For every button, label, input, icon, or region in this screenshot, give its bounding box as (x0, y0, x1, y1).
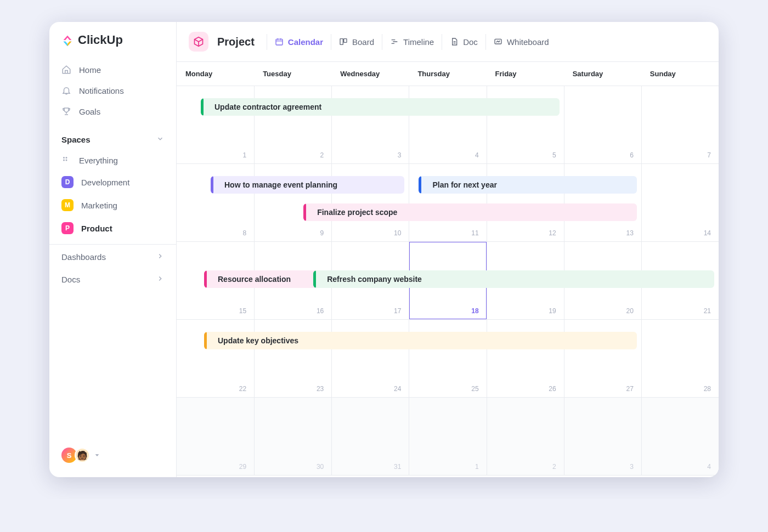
page-title: Project (217, 36, 255, 48)
sidebar-item-home[interactable]: Home (49, 59, 176, 80)
calendar-cell[interactable]: 1 (409, 398, 486, 475)
tab-label: Doc (463, 37, 478, 47)
event-color-bar (211, 176, 213, 194)
calendar-event[interactable]: Resource allocation (204, 270, 327, 288)
day-header-wednesday: Wednesday (331, 62, 409, 86)
date-number: 17 (394, 307, 401, 315)
sidebar-item-label: Goals (79, 107, 100, 116)
everything-icon (61, 155, 71, 165)
calendar-event[interactable]: Finalize project scope (303, 203, 637, 221)
svg-rect-7 (344, 39, 347, 43)
space-badge: D (61, 176, 74, 188)
date-number: 15 (239, 307, 246, 315)
date-number: 1 (475, 463, 479, 471)
date-number: 7 (707, 151, 711, 159)
tab-doc[interactable]: Doc (442, 34, 485, 50)
sidebar-item-goals[interactable]: Goals (49, 101, 176, 122)
svg-point-0 (63, 157, 65, 159)
calendar-cell[interactable]: 4 (641, 398, 719, 475)
calendar-icon (275, 37, 284, 46)
event-title: Plan for next year (432, 180, 497, 189)
date-number: 2 (320, 151, 324, 159)
calendar-cell[interactable]: 2 (487, 398, 564, 475)
calendar-event[interactable]: Refresh company website (313, 270, 714, 288)
tab-label: Whiteboard (507, 37, 549, 47)
date-number: 31 (394, 463, 401, 471)
svg-rect-5 (276, 39, 283, 45)
day-header-saturday: Saturday (564, 62, 641, 86)
date-number: 6 (630, 151, 634, 159)
calendar-cell[interactable]: 3 (564, 398, 641, 475)
day-header-friday: Friday (487, 62, 564, 86)
calendar-week-row: 891011121314 How to manage event plannin… (177, 164, 719, 242)
avatar-dropdown-icon[interactable] (94, 450, 100, 460)
sidebar-item-everything[interactable]: Everything (49, 150, 176, 171)
sidebar-item-label: Notifications (79, 86, 124, 95)
main-content: Project Calendar Board Timeline Doc Whit… (177, 22, 719, 477)
avatar-user-photo[interactable]: 🧑🏾 (75, 448, 90, 463)
space-badge: P (61, 222, 74, 234)
calendar-cell[interactable]: 29 (177, 398, 254, 475)
app-window: ClickUp Home Notifications Goals Spaces … (49, 22, 719, 477)
space-item-product[interactable]: P Product (49, 217, 176, 240)
day-header-thursday: Thursday (409, 62, 486, 86)
event-title: How to manage event planning (224, 180, 337, 189)
event-title: Refresh company website (327, 275, 422, 284)
tab-whiteboard[interactable]: Whiteboard (485, 34, 557, 50)
tab-board[interactable]: Board (331, 34, 382, 50)
chevron-right-icon (156, 252, 164, 262)
spaces-header[interactable]: Spaces (49, 129, 176, 150)
event-color-bar (303, 203, 306, 221)
svg-marker-4 (95, 454, 99, 456)
date-number: 10 (394, 229, 401, 237)
day-header-sunday: Sunday (641, 62, 719, 86)
date-number: 1 (242, 151, 246, 159)
sidebar-item-notifications[interactable]: Notifications (49, 80, 176, 101)
brand-logo[interactable]: ClickUp (49, 33, 176, 59)
tab-label: Timeline (403, 37, 434, 47)
calendar-cell[interactable]: 28 (641, 320, 719, 397)
date-number: 4 (475, 151, 479, 159)
tab-timeline[interactable]: Timeline (382, 34, 442, 50)
calendar-cell[interactable]: 7 (641, 86, 719, 163)
date-number: 13 (626, 229, 633, 237)
date-number: 30 (317, 463, 324, 471)
board-icon (339, 37, 348, 46)
user-avatars[interactable]: S 🧑🏾 (49, 440, 176, 471)
sidebar-section-dashboards[interactable]: Dashboards (49, 247, 176, 267)
svg-point-1 (66, 157, 67, 159)
date-number: 11 (471, 229, 478, 237)
space-label: Marketing (81, 201, 117, 210)
calendar-event[interactable]: How to manage event planning (211, 176, 404, 194)
date-number: 2 (552, 463, 556, 471)
tab-calendar[interactable]: Calendar (267, 34, 331, 50)
event-color-bar (313, 270, 316, 288)
event-color-bar (201, 98, 204, 116)
calendar-event[interactable]: Plan for next year (419, 176, 636, 194)
calendar-cell[interactable]: 30 (254, 398, 331, 475)
topbar: Project Calendar Board Timeline Doc Whit… (177, 22, 719, 62)
svg-point-3 (66, 160, 67, 161)
sidebar-item-label: Home (79, 65, 101, 75)
bell-icon (61, 86, 71, 95)
date-number: 3 (398, 151, 402, 159)
date-number: 24 (394, 385, 401, 393)
sidebar-section-docs[interactable]: Docs (49, 269, 176, 290)
calendar-week-row: 1234567 Update contractor agreement (177, 86, 719, 164)
svg-point-2 (63, 160, 65, 161)
spaces-header-label: Spaces (61, 135, 91, 144)
calendar-cell[interactable]: 31 (331, 398, 409, 475)
date-number: 14 (704, 229, 711, 237)
date-number: 25 (471, 385, 478, 393)
svg-rect-6 (340, 39, 343, 45)
space-label: Development (81, 178, 129, 187)
date-number: 18 (471, 307, 478, 315)
calendar-event[interactable]: Update key objectives (204, 332, 637, 349)
home-icon (61, 65, 71, 75)
calendar-event[interactable]: Update contractor agreement (201, 98, 560, 116)
space-item-marketing[interactable]: M Marketing (49, 194, 176, 217)
brand-name: ClickUp (78, 33, 123, 47)
calendar-cell[interactable]: 6 (564, 86, 641, 163)
calendar-cell[interactable]: 14 (641, 164, 719, 241)
space-item-development[interactable]: D Development (49, 171, 176, 194)
